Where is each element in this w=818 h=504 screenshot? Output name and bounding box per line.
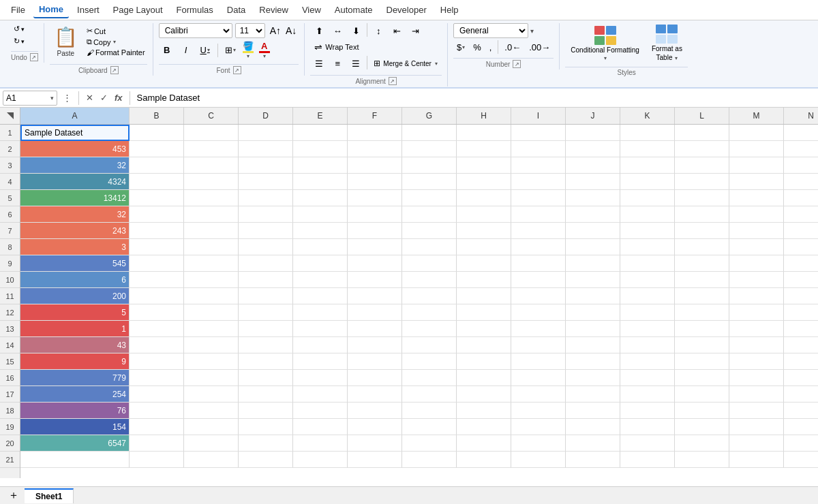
cell-H13[interactable] <box>457 321 511 337</box>
cell-L13[interactable] <box>675 321 729 337</box>
cell-J14[interactable] <box>566 337 620 353</box>
cell-F11[interactable] <box>348 288 402 304</box>
cell-E8[interactable] <box>293 239 348 255</box>
cell-K19[interactable] <box>620 419 675 435</box>
cell-C19[interactable] <box>184 419 239 435</box>
cell-D8[interactable] <box>239 239 293 255</box>
formula-input[interactable] <box>134 93 815 103</box>
paste-button[interactable]: 📋 Paste <box>50 23 82 60</box>
cell-L2[interactable] <box>675 141 729 157</box>
cell-F12[interactable] <box>348 304 402 321</box>
menu-formulas[interactable]: Formulas <box>171 2 219 18</box>
cell-E18[interactable] <box>293 403 348 419</box>
cell-E16[interactable] <box>293 370 348 386</box>
cell-K8[interactable] <box>620 239 675 255</box>
menu-automate[interactable]: Automate <box>329 2 378 18</box>
cell-A21[interactable] <box>20 452 130 468</box>
font-size-select[interactable]: 11 <box>235 23 265 38</box>
cell-A15[interactable]: 9 <box>20 353 130 370</box>
cell-J13[interactable] <box>566 321 620 337</box>
add-sheet-button[interactable]: ＋ <box>3 486 25 504</box>
cell-H4[interactable] <box>457 174 511 190</box>
row-num-1[interactable]: 1 <box>0 125 20 141</box>
cell-N14[interactable] <box>784 337 818 353</box>
cell-I6[interactable] <box>511 206 566 223</box>
row-num-11[interactable]: 11 <box>0 288 20 304</box>
decrease-decimal-button[interactable]: .0← <box>501 41 524 54</box>
cell-N8[interactable] <box>784 239 818 255</box>
col-header-F[interactable]: F <box>348 108 402 124</box>
cell-M14[interactable] <box>729 337 784 353</box>
cell-J15[interactable] <box>566 353 620 370</box>
cell-F15[interactable] <box>348 353 402 370</box>
cell-H5[interactable] <box>457 190 511 206</box>
cell-K18[interactable] <box>620 403 675 419</box>
cell-K6[interactable] <box>620 206 675 223</box>
cell-N6[interactable] <box>784 206 818 223</box>
cell-L15[interactable] <box>675 353 729 370</box>
dollar-button[interactable]: $ ▾ <box>453 41 468 54</box>
cell-A6[interactable]: 32 <box>20 206 130 223</box>
cell-L10[interactable] <box>675 272 729 288</box>
cell-C13[interactable] <box>184 321 239 337</box>
menu-page-layout[interactable]: Page Layout <box>108 2 168 18</box>
cell-C9[interactable] <box>184 255 239 272</box>
cell-D4[interactable] <box>239 174 293 190</box>
cell-I9[interactable] <box>511 255 566 272</box>
cell-J17[interactable] <box>566 386 620 403</box>
cell-B9[interactable] <box>130 255 184 272</box>
cell-C7[interactable] <box>184 223 239 239</box>
menu-review[interactable]: Review <box>254 2 294 18</box>
cell-L17[interactable] <box>675 386 729 403</box>
cell-B12[interactable] <box>130 304 184 321</box>
cell-M11[interactable] <box>729 288 784 304</box>
number-format-dropdown[interactable]: ▾ <box>530 27 534 35</box>
cell-H12[interactable] <box>457 304 511 321</box>
cell-G13[interactable] <box>402 321 457 337</box>
cell-M6[interactable] <box>729 206 784 223</box>
cell-G11[interactable] <box>402 288 457 304</box>
cell-J6[interactable] <box>566 206 620 223</box>
comma-button[interactable]: , <box>486 41 496 54</box>
cell-B4[interactable] <box>130 174 184 190</box>
cell-K12[interactable] <box>620 304 675 321</box>
cell-B5[interactable] <box>130 190 184 206</box>
cell-E14[interactable] <box>293 337 348 353</box>
cell-M18[interactable] <box>729 403 784 419</box>
clipboard-expand[interactable]: ↗ <box>110 66 119 74</box>
cell-M9[interactable] <box>729 255 784 272</box>
decrease-font-size-button[interactable]: A↓ <box>284 25 299 37</box>
cell-N11[interactable] <box>784 288 818 304</box>
cell-M8[interactable] <box>729 239 784 255</box>
cell-F17[interactable] <box>348 386 402 403</box>
cell-I12[interactable] <box>511 304 566 321</box>
cell-E7[interactable] <box>293 223 348 239</box>
row-num-5[interactable]: 5 <box>0 190 20 206</box>
row-num-8[interactable]: 8 <box>0 239 20 255</box>
cell-G21[interactable] <box>402 452 457 468</box>
cell-D20[interactable] <box>239 435 293 452</box>
align-right-button[interactable]: ☰ <box>347 56 365 71</box>
cell-K20[interactable] <box>620 435 675 452</box>
cell-A1[interactable]: Sample Dataset <box>20 125 130 141</box>
cell-L4[interactable] <box>675 174 729 190</box>
cell-F18[interactable] <box>348 403 402 419</box>
cell-E11[interactable] <box>293 288 348 304</box>
cell-E17[interactable] <box>293 386 348 403</box>
cell-C18[interactable] <box>184 403 239 419</box>
cell-E12[interactable] <box>293 304 348 321</box>
cell-C6[interactable] <box>184 206 239 223</box>
indent-decrease-button[interactable]: ⇤ <box>388 23 406 38</box>
cell-E10[interactable] <box>293 272 348 288</box>
cut-button[interactable]: ✂ Cut <box>85 26 147 36</box>
cell-D2[interactable] <box>239 141 293 157</box>
cell-A14[interactable]: 43 <box>20 337 130 353</box>
cell-D11[interactable] <box>239 288 293 304</box>
cell-L18[interactable] <box>675 403 729 419</box>
cell-L20[interactable] <box>675 435 729 452</box>
cell-E3[interactable] <box>293 157 348 174</box>
cell-F19[interactable] <box>348 419 402 435</box>
italic-button[interactable]: I <box>178 43 194 58</box>
col-header-A[interactable]: A <box>20 108 130 124</box>
alignment-expand[interactable]: ↗ <box>389 77 397 85</box>
